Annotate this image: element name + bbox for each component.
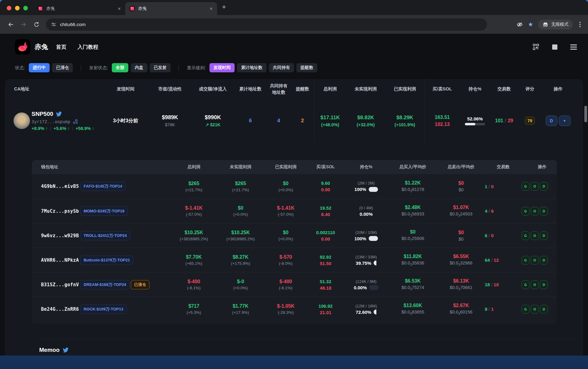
wallet-address[interactable]: 9w6vz...w929B bbox=[41, 233, 79, 238]
tab-close-icon[interactable]: ✕ bbox=[209, 6, 213, 11]
wallet-action-g-button[interactable]: G bbox=[522, 207, 530, 215]
column-header: 总利润 bbox=[171, 164, 217, 170]
filter-chip[interactable]: 提醒数 bbox=[296, 63, 317, 72]
position-pct: 52.06% bbox=[467, 116, 483, 121]
wallet-action-g-button[interactable]: G bbox=[522, 305, 530, 314]
wallet-row[interactable]: 7MuCz...psySb MOMO-$345万-TOP18 $-1.41K (… bbox=[32, 199, 557, 223]
url-text[interactable]: chitu66.com bbox=[60, 22, 86, 27]
total-sell-value: $6.55K bbox=[453, 254, 469, 259]
wallet-token-badge[interactable]: ROCK-$109万-TOP13 bbox=[80, 305, 127, 314]
wallet-action-d-button[interactable]: D bbox=[540, 231, 548, 240]
wallet-action-d-button[interactable]: D bbox=[540, 280, 548, 289]
divider bbox=[179, 65, 179, 71]
tab-close-icon[interactable]: ✕ bbox=[118, 6, 121, 11]
hide-eye-icon[interactable] bbox=[516, 21, 523, 28]
wallet-action-o-button[interactable]: O bbox=[531, 207, 539, 215]
browser-tab-active[interactable]: 赤兔 ✕ bbox=[125, 2, 217, 15]
wallet-action-d-button[interactable]: D bbox=[540, 182, 548, 191]
close-window-button[interactable] bbox=[7, 6, 11, 10]
wallet-action-o-button[interactable]: O bbox=[531, 280, 539, 289]
minimize-window-button[interactable] bbox=[15, 6, 20, 10]
wallet-token-badge[interactable]: FAFO-$145万-TOP14 bbox=[80, 182, 126, 191]
filter-chip[interactable]: 全部 bbox=[112, 63, 128, 72]
wallet-token-badge[interactable]: DREAM-$168万-TOP24 bbox=[80, 280, 130, 289]
column-header: 评分 bbox=[518, 79, 542, 99]
avg-buy-price: $0.0356933 bbox=[401, 211, 424, 217]
filter-group-label: 发射状态: bbox=[89, 65, 108, 71]
wallet-action-o-button[interactable]: O bbox=[531, 231, 539, 240]
filter-chip[interactable]: 发现时间 bbox=[209, 63, 235, 72]
position-toggle[interactable] bbox=[369, 187, 378, 192]
wallet-action-d-button[interactable]: D bbox=[540, 256, 548, 264]
wallet-address[interactable]: 4G9bN...eivB5 bbox=[41, 184, 79, 189]
scrollbar-thumb[interactable] bbox=[584, 106, 587, 122]
filter-chip[interactable]: 已清仓 bbox=[52, 63, 73, 72]
wallet-row[interactable]: AVHR6...NPkzA Buttcoin-$1379万-TOP21 $7.7… bbox=[32, 248, 557, 272]
token-address[interactable]: 3yr17Z...oopump bbox=[32, 119, 70, 124]
nav-home[interactable]: 首页 bbox=[56, 44, 66, 51]
twitter-icon[interactable] bbox=[56, 112, 62, 116]
total-sell-value: $2.67K bbox=[453, 303, 469, 308]
next-token-row[interactable]: Memoo bbox=[39, 347, 576, 353]
bookmark-star-icon[interactable]: ★ bbox=[528, 21, 533, 28]
stop-square-icon[interactable] bbox=[552, 44, 557, 50]
nav-tutorial[interactable]: 入门教程 bbox=[77, 44, 98, 51]
wallet-address[interactable]: AVHR6...NPkzA bbox=[41, 257, 79, 263]
detail-button[interactable]: D bbox=[546, 116, 557, 126]
position-toggle[interactable] bbox=[374, 261, 376, 265]
filter-chip[interactable]: 进行中 bbox=[29, 63, 50, 72]
collapse-button[interactable]: ▼ bbox=[559, 116, 571, 126]
position-pct: 100% bbox=[354, 236, 366, 241]
buy-trades: 18 bbox=[485, 282, 490, 287]
incognito-badge[interactable]: 无痕模式 bbox=[538, 20, 573, 29]
reload-button[interactable] bbox=[31, 19, 42, 30]
avg-buy-price: $0.0383855 bbox=[401, 310, 424, 315]
wallet-action-g-button[interactable]: G bbox=[522, 256, 530, 264]
wallet-token-badge[interactable]: MOMO-$345万-TOP18 bbox=[80, 207, 128, 216]
wallet-action-d-button[interactable]: D bbox=[540, 305, 548, 314]
browser-menu-icon[interactable] bbox=[578, 22, 582, 27]
wallet-row[interactable]: 9w6vz...w929B TROLL-$2411万-TOP24 $10.25K… bbox=[32, 223, 557, 248]
wallet-row[interactable]: B31SZ...gofnV DREAM-$168万-TOP24 已清仓 $-40… bbox=[32, 272, 557, 297]
filter-chip[interactable]: 已发射 bbox=[150, 63, 171, 72]
position-pct: 100% bbox=[354, 187, 366, 192]
wallet-action-o-button[interactable]: O bbox=[531, 256, 539, 264]
wallet-action-d-button[interactable]: D bbox=[540, 207, 548, 215]
bubbles-icon[interactable] bbox=[73, 119, 78, 124]
filter-chip[interactable]: 共同持有 bbox=[269, 63, 294, 72]
unrealized-pct: (+21.7%) bbox=[232, 188, 249, 192]
wallet-address[interactable]: B31SZ...gofnV bbox=[41, 282, 79, 287]
qr-code-icon[interactable] bbox=[533, 44, 539, 50]
wallet-token-badge[interactable]: TROLL-$2411万-TOP24 bbox=[80, 231, 130, 240]
site-settings-icon[interactable] bbox=[51, 22, 56, 27]
wallet-row[interactable]: 4G9bN...eivB5 FAFO-$145万-TOP14 $265 (+21… bbox=[32, 174, 557, 199]
back-button[interactable] bbox=[6, 19, 16, 30]
menu-icon[interactable] bbox=[570, 44, 577, 50]
filter-chip[interactable]: 累计地址数 bbox=[237, 63, 266, 72]
browser-tab[interactable]: 赤兔 ✕ bbox=[33, 2, 125, 15]
profit-pct: (+3816985.2%) bbox=[180, 237, 208, 241]
twitter-icon[interactable] bbox=[63, 348, 69, 352]
new-tab-button[interactable]: + bbox=[217, 3, 231, 11]
url-bar[interactable]: chitu66.com bbox=[46, 18, 487, 31]
wallet-action-g-button[interactable]: G bbox=[522, 280, 530, 289]
wallet-row[interactable]: Be24G...ZnRR6 ROCK-$109万-TOP13 $717 (+5.… bbox=[32, 297, 557, 321]
token-row[interactable]: SNP500 3yr17Z...oopump +8.9% ↑ +5.6% ↑ +… bbox=[12, 99, 576, 142]
app-logo[interactable] bbox=[15, 39, 30, 55]
position-toggle[interactable] bbox=[369, 285, 379, 290]
position-pct: 39.75% bbox=[356, 261, 371, 266]
wallet-action-g-button[interactable]: G bbox=[522, 231, 530, 240]
filter-chip[interactable]: 内盘 bbox=[131, 63, 147, 72]
forward-button[interactable] bbox=[18, 19, 29, 30]
wallet-action-o-button[interactable]: O bbox=[531, 182, 539, 191]
wallet-action-o-button[interactable]: O bbox=[531, 305, 539, 314]
position-toggle[interactable] bbox=[369, 236, 378, 241]
wallet-token-badge[interactable]: Buttcoin-$1379万-TOP21 bbox=[80, 256, 133, 265]
maximize-window-button[interactable] bbox=[23, 6, 28, 10]
wallet-address[interactable]: 7MuCz...psySb bbox=[41, 208, 79, 214]
realized-pct: (+0.0%) bbox=[278, 237, 293, 241]
position-toggle[interactable] bbox=[374, 310, 376, 314]
window-controls[interactable] bbox=[0, 6, 33, 10]
wallet-address[interactable]: Be24G...ZnRR6 bbox=[41, 306, 79, 312]
wallet-action-g-button[interactable]: G bbox=[522, 182, 530, 191]
